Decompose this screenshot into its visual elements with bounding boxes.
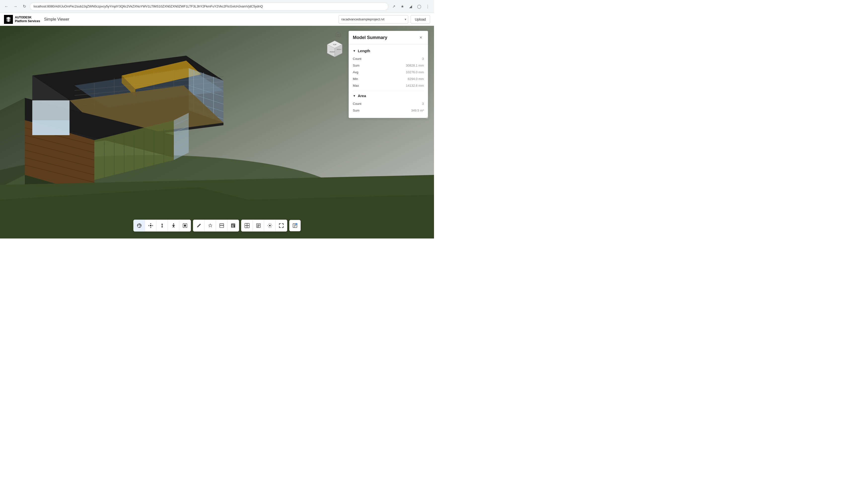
walk-button[interactable] (168, 220, 179, 231)
area-count-label: Count (353, 102, 362, 106)
area-count-row: Count 3 (353, 100, 424, 107)
area-sum-label: Sum (353, 109, 360, 112)
length-arrow-icon: ▼ (353, 49, 356, 53)
logo-text: AUTODESK Platform Services (15, 16, 40, 23)
zoom-button[interactable] (156, 220, 168, 231)
model-summary-panel: Model Summary × ▼ Length Count 3 Sum 308… (349, 31, 428, 118)
fit-button[interactable] (179, 220, 191, 231)
svg-rect-63 (150, 225, 151, 226)
section-button[interactable] (216, 220, 227, 231)
length-section-title: Length (358, 49, 370, 53)
forward-button[interactable]: → (12, 3, 19, 10)
svg-rect-67 (184, 225, 186, 227)
svg-rect-84 (247, 226, 249, 228)
model-browser-button[interactable] (227, 220, 239, 231)
svg-point-65 (173, 223, 174, 224)
svg-rect-78 (231, 225, 235, 225)
project-select[interactable]: racadvancedsampleproject.rvt (339, 15, 408, 24)
refresh-button[interactable]: ↻ (21, 3, 28, 10)
address-bar[interactable]: localhost:8080/#dXJuOmFkc2sub2JqZWN0czpv… (30, 2, 388, 10)
length-sum-label: Sum (353, 64, 360, 67)
settings-button[interactable] (264, 220, 276, 231)
model-summary-button[interactable]: i (289, 220, 301, 231)
svg-rect-76 (220, 223, 224, 226)
svg-text:FRONT: FRONT (330, 51, 335, 53)
svg-point-89 (269, 225, 271, 226)
menu-button[interactable]: ⋮ (424, 3, 431, 10)
profile-button[interactable]: ◯ (415, 3, 423, 10)
panel-resize-handle[interactable] (425, 115, 428, 118)
toolbar: i (133, 219, 301, 232)
svg-rect-82 (247, 223, 249, 226)
orbit-button[interactable] (133, 220, 145, 231)
url-text: localhost:8080/#dXJuOmFkc2sub2JqZWN0czpv… (33, 4, 263, 8)
home-button[interactable] (334, 30, 342, 38)
tools-toolbar-group (193, 219, 239, 232)
structure-panel-button[interactable] (241, 220, 253, 231)
area-count-value: 3 (422, 102, 424, 106)
area-section-rows: Count 3 Sum 349.5 m² (349, 100, 428, 116)
back-button[interactable]: ← (3, 3, 10, 10)
svg-rect-83 (245, 226, 247, 228)
svg-text:RIGHT: RIGHT (337, 49, 342, 50)
length-section-header[interactable]: ▼ Length (349, 46, 428, 55)
project-select-wrapper[interactable]: racadvancedsampleproject.rvt (339, 15, 408, 24)
area-section-title: Area (358, 94, 366, 98)
length-avg-label: Avg (353, 70, 358, 74)
length-count-row: Count 3 (353, 55, 424, 62)
svg-rect-79 (231, 226, 234, 226)
svg-rect-86 (257, 225, 260, 225)
length-avg-value: 10276.0 mm (406, 70, 424, 74)
share-button[interactable]: ↗ (390, 3, 397, 10)
svg-marker-52 (0, 98, 25, 187)
viewer-area: TOP FRONT RIGHT Model Summary × ▼ Length… (0, 26, 434, 239)
explode-button[interactable] (205, 220, 216, 231)
upload-button[interactable]: Upload (411, 15, 430, 24)
panel-title: Model Summary (353, 35, 387, 40)
app-header: AUTODESK Platform Services Simple Viewer… (0, 13, 434, 26)
length-sum-value: 30828.1 mm (406, 64, 424, 67)
length-min-label: Min (353, 77, 358, 81)
svg-marker-51 (32, 120, 69, 135)
fullscreen-button[interactable] (276, 220, 287, 231)
svg-rect-81 (245, 223, 247, 226)
area-sum-row: Sum 349.5 m² (353, 107, 424, 114)
length-max-value: 14132.6 mm (406, 84, 424, 87)
view-toolbar-group (241, 219, 287, 232)
svg-rect-88 (257, 227, 259, 227)
properties-button[interactable] (253, 220, 264, 231)
length-max-label: Max (353, 84, 359, 87)
length-sum-row: Sum 30828.1 mm (353, 62, 424, 69)
browser-chrome: ← → ↻ localhost:8080/#dXJuOmFkc2sub2JqZW… (0, 0, 434, 13)
navigation-toolbar-group (133, 219, 191, 232)
svg-rect-87 (257, 226, 260, 226)
navigation-cube[interactable]: TOP FRONT RIGHT (325, 39, 345, 59)
panel-content: ▼ Length Count 3 Sum 30828.1 mm Avg 1027… (349, 44, 428, 118)
length-avg-row: Avg 10276.0 mm (353, 69, 424, 76)
app-title: Simple Viewer (44, 17, 69, 22)
panel-header: Model Summary × (349, 31, 428, 44)
measure-button[interactable] (193, 220, 205, 231)
area-sum-value: 349.5 m² (411, 109, 424, 112)
length-count-value: 3 (422, 57, 424, 61)
length-max-row: Max 14132.6 mm (353, 82, 424, 89)
svg-text:TOP: TOP (333, 44, 337, 46)
area-arrow-icon: ▼ (353, 94, 356, 98)
autodesk-logo: AUTODESK Platform Services (4, 15, 40, 24)
length-min-value: 8294.0 mm (408, 77, 424, 81)
pan-button[interactable] (145, 220, 156, 231)
length-min-row: Min 8294.0 mm (353, 76, 424, 82)
panel-close-button[interactable]: × (418, 34, 424, 40)
logo-icon (4, 15, 13, 24)
length-section-rows: Count 3 Sum 30828.1 mm Avg 10276.0 mm Mi… (349, 55, 428, 91)
svg-rect-80 (231, 227, 234, 227)
length-count-label: Count (353, 57, 362, 61)
svg-marker-44 (174, 113, 189, 160)
browser-actions: ↗ ★ ◢ ◯ ⋮ (390, 3, 431, 10)
area-section-header[interactable]: ▼ Area (349, 91, 428, 100)
bookmark-button[interactable]: ★ (399, 3, 406, 10)
extensions-button[interactable]: ◢ (407, 3, 414, 10)
